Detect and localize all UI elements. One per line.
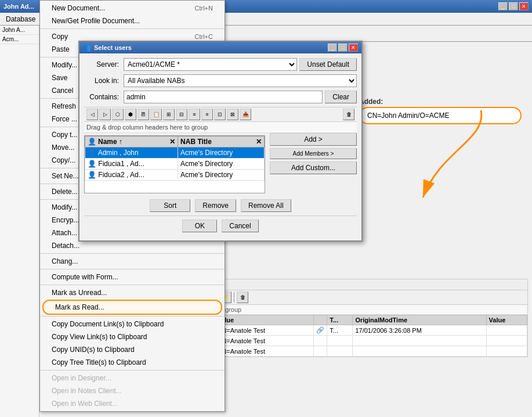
dialog-title-label: Select users [94, 44, 132, 51]
col-header-name[interactable]: 👤 Name ↑ ✕ [85, 136, 178, 148]
menu-copy-unid[interactable]: Copy UNID(s) to Clipboard [40, 343, 225, 356]
dlg-tb-13[interactable]: 📥 [240, 109, 251, 120]
lookin-row: Look in: All Available NABs [84, 74, 357, 87]
dlg-tb-5[interactable]: 🖹 [137, 109, 149, 120]
menu-mark-read-label: Mark as Read... [55, 303, 104, 311]
menu-encryp-label: Encryp... [52, 216, 79, 224]
title-bar-controls: _ □ ✕ [498, 2, 529, 10]
menu-save-label: Save [52, 74, 67, 82]
menu-chang[interactable]: Chang... [40, 255, 225, 268]
bg-col-origmod[interactable]: OriginalModTime [353, 315, 486, 325]
added-label: Added: [359, 98, 522, 106]
menu-copy-unid-label: Copy UNID(s) to Clipboard [52, 346, 135, 354]
contains-input[interactable] [124, 91, 323, 103]
table-row-admin[interactable]: 👤 Admin , John Acme's Directory [85, 148, 265, 159]
table-row-fiducia1[interactable]: 👤 Fiducia1 , Ad... Acme's Directory [85, 159, 265, 170]
add-custom-button[interactable]: Add Custom... [270, 161, 357, 174]
col-header-nab[interactable]: NAB Title ✕ [178, 136, 265, 148]
sidebar-john-ad[interactable]: John A... [0, 26, 39, 35]
menu-sep-8 [40, 253, 225, 254]
menu-database[interactable]: Database [2, 14, 39, 24]
dialog-minimize-button[interactable]: _ [328, 44, 337, 52]
dlg-tb-8[interactable]: ⊟ [176, 109, 187, 120]
cell-fiducia2-name: 👤 Fiducia2 , Ad... [85, 170, 178, 181]
menu-move-label: Move... [52, 143, 74, 152]
sidebar-acme[interactable]: Acm... [0, 35, 39, 44]
menu-copy-doc-link[interactable]: Copy Document Link(s) to Clipboard [40, 318, 225, 330]
dlg-tb-11[interactable]: ⊡ [214, 109, 226, 120]
person-icon-row: 👤 [88, 149, 96, 157]
added-section: Added: CN=John Admin/O=ACME [359, 98, 522, 124]
menu-copy-tree[interactable]: Copy Tree Title(s) to Clipboard [40, 356, 225, 369]
contains-row: Contains: Clear [84, 91, 357, 103]
add-button[interactable]: Add > [270, 133, 357, 146]
dialog-maximize-button[interactable]: □ [338, 44, 348, 52]
bg-sep [234, 292, 234, 303]
menu-mark-read[interactable]: Mark as Read... [42, 300, 222, 315]
app-title: John Ad... [3, 3, 34, 10]
menu-mark-unread[interactable]: Mark as Unread... [40, 286, 225, 299]
bg-col-t2[interactable]: T... [327, 315, 353, 325]
menu-new-document-shortcut: Ctrl+N [195, 5, 213, 12]
cell-fiducia1-name: 👤 Fiducia1 , Ad... [85, 159, 178, 170]
maximize-button[interactable]: □ [509, 2, 518, 10]
lookin-select[interactable]: All Available NABs [124, 74, 357, 87]
bg-cell-t2: T... [327, 325, 353, 336]
dlg-tb-1[interactable]: ◁ [86, 109, 98, 120]
menu-new-document[interactable]: New Document... Ctrl+N [40, 2, 225, 15]
menu-force-label: Force ... [52, 115, 77, 123]
table-row-fiducia2[interactable]: 👤 Fiducia2 , Ad... Acme's Directory [85, 170, 265, 181]
minimize-button[interactable]: _ [498, 2, 508, 10]
menu-new-profile[interactable]: New/Get Profile Document... [40, 15, 225, 27]
dialog-controls: _ □ ✕ [328, 44, 358, 52]
unset-default-button[interactable]: Unset Default [299, 58, 357, 71]
sidebar: John A... Acm... [0, 26, 39, 417]
menu-compute[interactable]: Compute with Form... [40, 271, 225, 283]
menu-open-web: Open in Web Client... [40, 397, 225, 410]
dialog-right-panel: Add > Add Members > Add Custom... [270, 133, 357, 196]
dlg-tb-trash[interactable]: 🗑 [343, 109, 354, 120]
dlg-tb-10[interactable]: ≡ [201, 109, 213, 120]
cancel-button[interactable]: Cancel [222, 220, 258, 232]
bg-cell-val3 [486, 346, 527, 357]
bg-cell-empty4 [327, 336, 353, 346]
bg-cell-val2 [486, 336, 527, 346]
dlg-tb-2[interactable]: ▷ [99, 109, 111, 120]
close-button[interactable]: ✕ [519, 2, 529, 10]
bg-cell-cn1: CN=Anatole Test [215, 325, 314, 336]
dlg-tb-6[interactable]: 📋 [150, 109, 162, 120]
remove-button[interactable]: Remove [195, 199, 236, 212]
drag-drop-hint-text: Drag & drop column headers here to group [86, 124, 208, 131]
dlg-tb-3[interactable]: ⬡ [112, 109, 124, 120]
bg-toolbar-btn-10[interactable]: 🗑 [237, 292, 248, 303]
server-select[interactable]: Acme01/ACME * [124, 58, 297, 71]
add-members-button[interactable]: Add Members > [270, 148, 357, 159]
dialog-inner-toolbar: ◁ ▷ ⬡ ⬢ 🖹 📋 ⊞ ⊟ ≡ ≡ ⊡ ⊠ 📥 🗑 [84, 107, 357, 122]
menu-copy-view-link[interactable]: Copy View Link(s) to Clipboard [40, 330, 225, 343]
bg-col-value2[interactable]: Value [486, 315, 527, 325]
cell-admin-nab: Acme's Directory [178, 148, 265, 159]
bg-cell-cn2: CN=Anatole Test [215, 336, 314, 346]
menu-open-designer: Open in Designer... [40, 372, 225, 384]
menu-modify-label: Modify... [52, 61, 77, 69]
users-table-container[interactable]: 👤 Name ↑ ✕ NAB Title [84, 135, 265, 193]
menu-sep-1 [40, 28, 225, 29]
dialog-close-button[interactable]: ✕ [349, 44, 358, 52]
ok-button[interactable]: OK [182, 220, 217, 232]
clear-button[interactable]: Clear [325, 91, 357, 103]
dlg-tb-4[interactable]: ⬢ [125, 109, 136, 120]
dlg-tb-9[interactable]: ≡ [189, 109, 200, 120]
menu-compute-label: Compute with Form... [52, 273, 118, 281]
dlg-tb-12[interactable]: ⊠ [227, 109, 238, 120]
dialog-ok-cancel: OK Cancel [84, 215, 357, 236]
bg-col-value[interactable]: Value [215, 315, 314, 325]
drag-drop-hint: Drag & drop column headers here to group [84, 122, 357, 133]
bg-cell-val1 [486, 325, 527, 336]
sort-button[interactable]: Sort [150, 199, 190, 212]
dlg-tb-7[interactable]: ⊞ [163, 109, 175, 120]
menu-copy-doc-link-label: Copy Document Link(s) to Clipboard [52, 320, 164, 328]
remove-all-button[interactable]: Remove All [241, 199, 291, 212]
lookin-label: Look in: [84, 77, 119, 85]
menu-new-profile-label: New/Get Profile Document... [52, 17, 140, 25]
dialog-icon: 👥 [83, 44, 91, 52]
